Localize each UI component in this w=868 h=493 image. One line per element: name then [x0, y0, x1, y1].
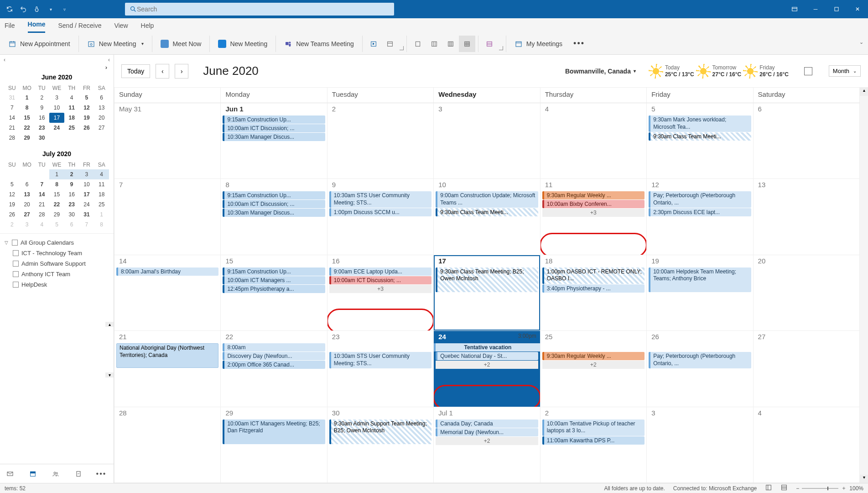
minical-day[interactable]: 20: [20, 199, 35, 210]
calendar-event[interactable]: 1:00pm Discuss SCCM u...: [329, 208, 431, 216]
calendar-event[interactable]: 8:00am: [223, 343, 325, 351]
checkbox-icon[interactable]: [13, 250, 19, 256]
day-cell[interactable]: 179:30am Class Team Meeting; B25; Owen M…: [434, 255, 540, 331]
minimize-button[interactable]: ─: [805, 0, 826, 18]
minical-day[interactable]: 15: [20, 113, 35, 123]
minical-day[interactable]: 2: [64, 169, 79, 179]
calendar-event[interactable]: 9:30am Regular Weekly ...: [542, 352, 645, 360]
day-cell[interactable]: 20: [754, 255, 860, 331]
calendar-event[interactable]: 10:00am ICT Discussion; ...: [223, 200, 325, 208]
calendar-icon[interactable]: [28, 469, 37, 478]
cal-item-admin[interactable]: Admin Software Support: [5, 258, 109, 269]
new-appointment-button[interactable]: New Appointment: [3, 37, 76, 51]
minical-day[interactable]: 30: [34, 133, 49, 143]
nav-more-icon[interactable]: •••: [97, 469, 106, 478]
minical-day[interactable]: 7: [5, 103, 20, 113]
more-events[interactable]: +2: [436, 361, 538, 369]
calendar-event[interactable]: Memorial Day (Newfoun...: [436, 428, 538, 436]
minical-day[interactable]: 3: [20, 220, 35, 230]
day-cell[interactable]: 210:00am Tentative Pickup of teacher lap…: [541, 407, 647, 483]
minical-day[interactable]: 14: [5, 113, 20, 123]
day-cell[interactable]: 59:30am Mark Jones workload; Microsoft T…: [647, 103, 753, 179]
spanning-event[interactable]: Tentative vacation: [434, 343, 540, 351]
minical-day[interactable]: 2: [5, 220, 20, 230]
zoom-in-icon[interactable]: ＋: [841, 484, 847, 492]
minical-day[interactable]: 13: [94, 103, 109, 113]
day-cell[interactable]: 228:00amDiscovery Day (Newfoun...2:00pm …: [221, 331, 327, 407]
minical-day[interactable]: 27: [20, 210, 35, 220]
tab-home[interactable]: Home: [28, 19, 46, 33]
checkbox-icon[interactable]: [13, 261, 19, 267]
day-cell[interactable]: 26Pay; Peterborough (Peterborough Ontari…: [647, 331, 753, 407]
calendar-event[interactable]: 10:00am Bixby Conferen...: [542, 200, 645, 208]
minical-day[interactable]: 6: [94, 93, 109, 103]
minical-day[interactable]: 11: [64, 103, 79, 113]
minical-day[interactable]: 23: [34, 123, 49, 133]
calendar-event[interactable]: 9:30am Admin Support Team Meeting; B25; …: [329, 420, 431, 444]
more-events[interactable]: +3: [329, 285, 431, 293]
day-cell[interactable]: 169:00am ECE Laptop Upda...10:00am ICT D…: [327, 255, 434, 331]
minical-day[interactable]: 28: [5, 133, 20, 143]
minical-day[interactable]: 18: [94, 189, 109, 199]
minical-day[interactable]: 6: [64, 220, 79, 230]
day-cell[interactable]: 12Pay; Peterborough (Peterborough Ontari…: [647, 179, 753, 255]
day-cell[interactable]: 2310:30am STS User Community Meeting; ST…: [327, 331, 434, 407]
zoom-control[interactable]: −＋100%: [796, 484, 863, 492]
minical-day[interactable]: 28: [34, 210, 49, 220]
touch-icon[interactable]: [31, 3, 43, 15]
more-events[interactable]: +3: [542, 209, 645, 217]
calendar-event[interactable]: Pay; Peterborough (Peterborough Ontario,…: [649, 191, 751, 208]
minical-day[interactable]: 31: [79, 210, 94, 220]
next-month-button[interactable]: ›: [175, 64, 188, 79]
minical-day[interactable]: 1: [20, 93, 35, 103]
minical-day[interactable]: 12: [79, 103, 94, 113]
new-meeting-button[interactable]: New Meeting▾: [82, 37, 150, 51]
day-cell[interactable]: 4: [541, 103, 647, 179]
calendar-event[interactable]: 3:40pm Physiotherapy - ...: [542, 284, 645, 293]
minical-day[interactable]: 22: [20, 123, 35, 133]
calendar-event[interactable]: 11:00am Kawartha DPS P...: [542, 436, 645, 445]
workweek-view-icon[interactable]: [426, 36, 442, 52]
sync-icon[interactable]: [4, 3, 16, 15]
mini-prev-icon[interactable]: ‹: [4, 57, 5, 63]
search-box[interactable]: [125, 3, 394, 16]
calendar-event[interactable]: 9:15am Construction Up...: [223, 267, 325, 276]
minical-day[interactable]: [34, 169, 49, 179]
cal-group-all[interactable]: ▽All Group Calendars: [5, 237, 109, 248]
minical-day[interactable]: 5: [79, 93, 94, 103]
minical-day[interactable]: 27: [94, 123, 109, 133]
day-cell[interactable]: 89:15am Construction Up...10:00am ICT Di…: [221, 179, 327, 255]
arrange-launcher[interactable]: [498, 36, 503, 52]
calendar-event[interactable]: 9:30am Class Team Meeti...: [436, 208, 538, 216]
minical-day[interactable]: [5, 169, 20, 179]
minical-day[interactable]: 1: [94, 210, 109, 220]
schedule-view-icon[interactable]: [481, 36, 498, 52]
cal-item-helpdesk[interactable]: HelpDesk: [5, 279, 109, 290]
calendar-event[interactable]: 10:30am Manager Discus...: [223, 133, 325, 141]
tab-send-receive[interactable]: Send / Receive: [58, 20, 101, 33]
day-cell[interactable]: 910:30am STS User Community Meeting; STS…: [327, 179, 434, 255]
minical-day[interactable]: 10: [79, 179, 94, 189]
cal-item-anthony[interactable]: Anthony ICT Team: [5, 269, 109, 279]
calendar-event[interactable]: Pay; Peterborough (Peterborough Ontario,…: [649, 352, 751, 368]
calendar-event[interactable]: 10:00am ICT Discussion; ...: [223, 124, 325, 132]
day-cell[interactable]: 309:30am Admin Support Team Meeting; B25…: [327, 407, 434, 483]
calendar-event[interactable]: Canada Day; Canada: [436, 420, 538, 428]
calendar-event[interactable]: 10:00am Helpdesk Team Meeting; Teams; An…: [649, 267, 751, 292]
day-cell[interactable]: 243:00pmTentative vacationQuebec Nationa…: [434, 331, 540, 407]
undo-icon[interactable]: [17, 3, 29, 15]
minical-day[interactable]: 1: [49, 169, 64, 179]
print-icon[interactable]: [804, 67, 812, 75]
day-cell[interactable]: 148:00am Jamal's Birthday: [114, 255, 221, 331]
cal-item-ict[interactable]: ICT - Technology Team: [5, 248, 109, 258]
calendar-event[interactable]: [329, 343, 431, 351]
more-events[interactable]: +2: [436, 437, 538, 445]
calendar-event[interactable]: 10:30am STS User Community Meeting; STS.…: [329, 352, 431, 368]
qat-more-icon[interactable]: ▿: [58, 3, 70, 15]
day-cell[interactable]: 21National Aboriginal Day (Northwest Ter…: [114, 331, 221, 407]
view-normal-icon[interactable]: [765, 484, 772, 493]
mini-next-icon[interactable]: ›: [105, 64, 107, 71]
minical-day[interactable]: 6: [20, 179, 35, 189]
scroll-up-icon[interactable]: ▴: [105, 322, 114, 327]
minical-day[interactable]: 19: [79, 113, 94, 123]
